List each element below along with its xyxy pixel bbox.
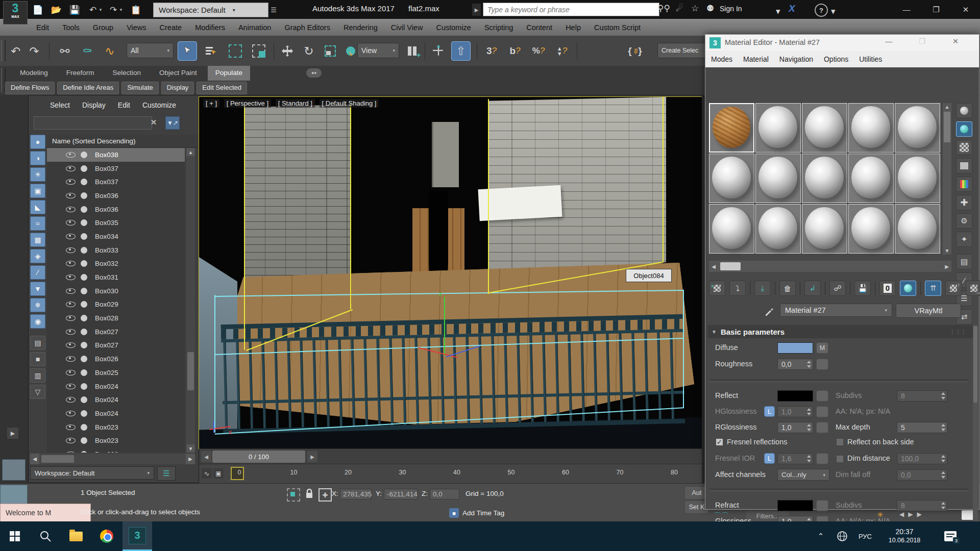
options-icon[interactable]: ⚙	[956, 213, 972, 229]
unlink-selection-icon[interactable]: ⚰	[78, 41, 97, 61]
scrollbar-thumb[interactable]	[41, 455, 74, 463]
me-minimize-icon[interactable]: —	[885, 37, 893, 45]
visibility-eye-icon[interactable]	[66, 193, 76, 198]
list-item[interactable]: Box023	[47, 434, 185, 447]
render-toggle-icon[interactable]	[81, 274, 87, 281]
material-sample-slot[interactable]	[895, 204, 940, 254]
list-item[interactable]: Box024	[47, 380, 185, 393]
material-sample-slot[interactable]	[802, 154, 847, 203]
menu-scripting[interactable]: Scripting	[478, 21, 520, 34]
perspective-viewport[interactable]: z x [ + ] [ Perspective ] [ Standard ] […	[199, 97, 702, 448]
me-menu-material[interactable]: Material	[743, 55, 769, 63]
list-item[interactable]: Box036	[47, 203, 185, 216]
spinner-icon[interactable]	[940, 423, 946, 432]
window-crossing-toggle-button[interactable]	[249, 41, 268, 61]
list-item[interactable]: Box034	[47, 230, 185, 243]
search-filter-icon[interactable]: ▼↗	[165, 116, 180, 130]
spinner-icon[interactable]	[806, 454, 812, 463]
visibility-eye-icon[interactable]	[66, 261, 76, 266]
scrollbar-thumb[interactable]	[944, 112, 950, 142]
hglossiness-lock-button[interactable]: L	[764, 406, 775, 417]
render-toggle-icon[interactable]	[81, 301, 87, 308]
layer-manager-icon[interactable]: ☰	[157, 466, 176, 481]
display-spacewarps-icon[interactable]: ≈	[30, 216, 45, 231]
percent-snap-button[interactable]: %?	[529, 41, 548, 61]
material-editor-titlebar[interactable]: 3 Material Editor - Material #27 — ❐ ✕	[705, 35, 979, 51]
reflect-map-button[interactable]	[816, 390, 828, 402]
make-preview-icon[interactable]: ✚	[956, 195, 972, 210]
select-and-scale-button[interactable]	[321, 41, 340, 61]
z-coord-field[interactable]: 0,0	[430, 489, 459, 499]
viewport-layout-icon[interactable]	[962, 510, 974, 520]
spinner-icon[interactable]	[940, 454, 946, 463]
video-color-check-icon[interactable]	[956, 177, 972, 192]
material-sample-slot[interactable]	[895, 103, 940, 153]
action-center-button[interactable]: 3	[937, 521, 964, 551]
render-toggle-icon[interactable]	[81, 206, 87, 213]
spinner-icon[interactable]	[806, 423, 812, 432]
display-lights-icon[interactable]: ☀	[30, 167, 45, 182]
diffuse-map-button[interactable]: M	[816, 342, 828, 354]
select-and-link-icon[interactable]: ⚯	[55, 41, 75, 61]
visibility-eye-icon[interactable]	[66, 370, 76, 375]
spinner-icon[interactable]	[940, 391, 946, 400]
rglossiness-field[interactable]: 1,0	[777, 422, 813, 433]
material-sample-slot[interactable]	[802, 204, 847, 254]
refract-subdivs-field[interactable]: 8	[897, 500, 947, 511]
list-item[interactable]: Box029	[47, 298, 185, 312]
visibility-eye-icon[interactable]	[66, 207, 76, 212]
list-item[interactable]: Box028	[47, 311, 185, 325]
scroll-down-icon[interactable]: ▼	[943, 247, 951, 255]
ribbon-tool-display[interactable]: Display	[161, 82, 194, 94]
list-item[interactable]: Box036	[47, 189, 185, 203]
track-bar[interactable]: ∿ ▣ 01020304050607080	[199, 464, 702, 484]
render-toggle-icon[interactable]	[81, 383, 87, 390]
list-item[interactable]: Box035	[47, 216, 185, 230]
viewport-menu-general[interactable]: [ + ]	[203, 99, 219, 108]
put-to-library-button[interactable]: 💾	[854, 281, 871, 296]
render-toggle-icon[interactable]	[81, 192, 87, 199]
selection-lock-icon[interactable]	[305, 489, 313, 499]
material-sample-slot[interactable]	[848, 154, 894, 203]
redo-scene-icon[interactable]: ↷	[24, 41, 44, 61]
name-column-header[interactable]: Name (Sorted Descending)	[47, 135, 199, 148]
sort-type-icon[interactable]: ■	[30, 352, 45, 366]
show-end-result-button[interactable]: ⇈	[925, 281, 941, 296]
material-id-channel-button[interactable]: 0	[879, 281, 896, 296]
visibility-eye-icon[interactable]	[66, 438, 76, 443]
fresnel-ior-lock-button[interactable]: L	[764, 453, 775, 464]
material-sample-slot[interactable]	[848, 103, 894, 153]
display-hidden-icon[interactable]: ◉	[30, 314, 45, 329]
selection-filter-dropdown[interactable]: All▾	[127, 43, 174, 58]
background-icon[interactable]	[956, 140, 972, 155]
scrollbar-thumb[interactable]	[187, 352, 194, 390]
diffuse-color-swatch[interactable]	[777, 342, 813, 354]
list-item[interactable]: Box031	[47, 270, 185, 284]
dim-distance-field[interactable]: 100,0	[897, 453, 947, 464]
material-name-dropdown[interactable]: Material #27 ▾	[780, 304, 892, 317]
populate-flyout-icon[interactable]: ●▾	[306, 68, 322, 78]
list-item[interactable]: Box037	[47, 162, 185, 176]
pick-material-eyedropper[interactable]	[765, 305, 775, 316]
spinner-icon[interactable]	[940, 501, 946, 510]
render-toggle-icon[interactable]	[81, 437, 87, 444]
visibility-eye-icon[interactable]	[66, 247, 76, 253]
display-shapes-icon[interactable]: ◑	[30, 151, 45, 165]
list-vertical-scrollbar[interactable]: ▲ ▼	[186, 148, 195, 453]
absolute-offset-toggle-icon[interactable]: ✚	[318, 488, 332, 502]
list-item[interactable]: Box033	[47, 243, 185, 257]
ribbon-tab-freeform[interactable]: Freeform	[59, 66, 102, 81]
sample-ui-tiling-icon[interactable]	[956, 158, 972, 173]
menu-tools[interactable]: Tools	[56, 21, 86, 34]
show-shaded-material-in-viewport-button[interactable]	[900, 281, 916, 296]
menu-graph-editors[interactable]: Graph Editors	[278, 21, 336, 34]
go-forward-to-sibling-button[interactable]: →	[966, 281, 980, 296]
bind-to-spacewarp-icon[interactable]: ∿	[100, 41, 119, 61]
reflect-max-depth-field[interactable]: 5	[897, 422, 947, 433]
ribbon-tool-simulate[interactable]: Simulate	[121, 82, 159, 94]
key-mode-icon[interactable]: ∿	[202, 468, 212, 479]
display-frozen-icon[interactable]: ❄	[30, 298, 45, 312]
close-button[interactable]: ✕	[951, 0, 980, 19]
sample-type-icon[interactable]	[956, 103, 972, 118]
hglossiness-map-button[interactable]	[816, 406, 828, 417]
